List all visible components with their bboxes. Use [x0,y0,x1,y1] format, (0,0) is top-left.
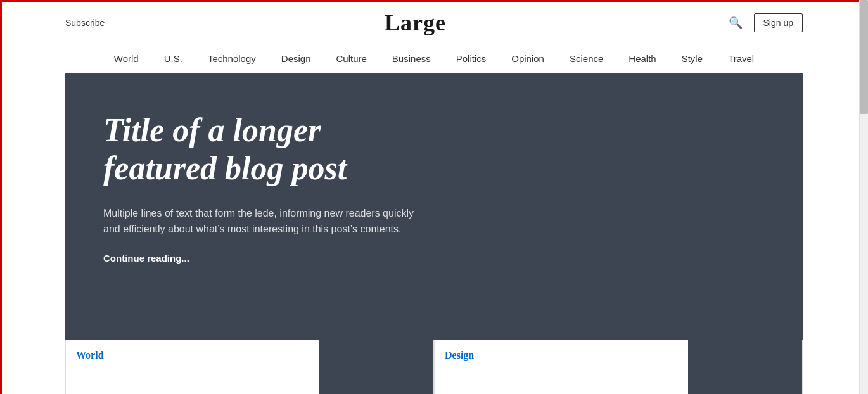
card-design-image [688,340,802,394]
nav-item-style[interactable]: Style [682,53,703,64]
card-design-text: Design [435,340,688,394]
scrollbar-track[interactable] [859,0,868,394]
nav-item-travel[interactable]: Travel [728,53,754,64]
search-icon: 🔍 [729,16,743,29]
nav-bar: World U.S. Technology Design Culture Bus… [2,44,866,73]
nav-item-health[interactable]: Health [629,53,656,64]
nav-item-world[interactable]: World [114,53,139,64]
card-world-image [319,340,433,394]
nav-item-business[interactable]: Business [392,53,431,64]
card-world-title[interactable]: World [76,350,104,360]
nav-item-technology[interactable]: Technology [208,53,256,64]
nav-item-culture[interactable]: Culture [336,53,367,64]
hero-section: Title of a longer featured blog post Mul… [65,73,803,340]
card-design: Design [434,340,803,394]
bottom-cards: World Design [65,340,803,394]
signup-button[interactable]: Sign up [754,13,803,32]
hero-continue-link[interactable]: Continue reading... [103,253,189,264]
nav-item-us[interactable]: U.S. [164,53,182,64]
search-button[interactable]: 🔍 [726,13,745,32]
top-right-actions: 🔍 Sign up [726,13,803,32]
nav-item-design[interactable]: Design [281,53,311,64]
card-world-text: World [66,340,319,394]
nav-item-science[interactable]: Science [570,53,603,64]
subscribe-link[interactable]: Subscribe [65,18,105,28]
top-bar: Subscribe Large 🔍 Sign up [2,2,866,44]
scrollbar-thumb[interactable] [860,0,868,114]
card-world: World [65,340,434,394]
hero-lede: Multiple lines of text that form the led… [103,205,433,238]
hero-title: Title of a longer featured blog post [103,111,433,187]
nav-item-politics[interactable]: Politics [456,53,487,64]
site-title: Large [385,10,446,36]
card-design-title[interactable]: Design [445,350,474,360]
nav-item-opinion[interactable]: Opinion [511,53,544,64]
